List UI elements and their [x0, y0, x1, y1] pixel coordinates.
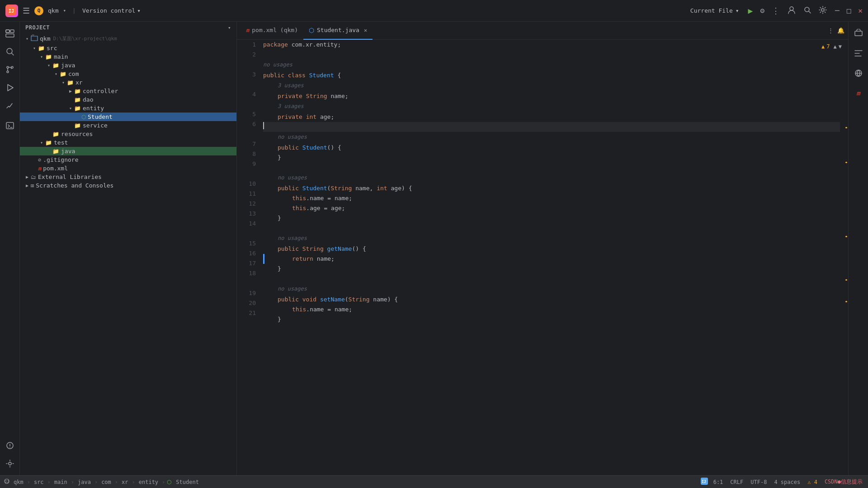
notifications-bell[interactable]: 🔔 — [837, 27, 844, 34]
search-button[interactable] — [803, 6, 811, 16]
run-button[interactable]: ▶ — [748, 6, 753, 15]
status-indent[interactable]: 4 spaces — [772, 479, 802, 485]
status-student[interactable]: Student — [174, 479, 201, 485]
settings-button[interactable] — [819, 6, 827, 16]
com-folder-icon: 📁 — [60, 71, 66, 77]
tree-item-scratches[interactable]: ▶ ⊞ Scratches and Consoles — [20, 181, 236, 190]
tree-item-dao[interactable]: ▶ 📁 dao — [20, 95, 236, 104]
status-src[interactable]: src — [32, 479, 46, 485]
resources-folder-icon: 📁 — [52, 131, 59, 137]
warning-count: 7 — [826, 43, 830, 50]
status-line-ending[interactable]: CRLF — [728, 479, 745, 485]
tree-item-test-java[interactable]: ▶ 📁 java — [20, 147, 236, 155]
activity-project-icon[interactable] — [2, 25, 18, 42]
tree-item-qkm[interactable]: ▾ qkm D:\某面\xr-project\qkm — [20, 33, 236, 44]
tree-item-controller[interactable]: ▶ 📁 controller — [20, 87, 236, 95]
activity-search-icon[interactable] — [2, 43, 18, 60]
tree-item-resources[interactable]: ▶ 📁 resources — [20, 130, 236, 138]
activity-settings-icon[interactable] — [2, 455, 18, 472]
tree-label-xr: xr — [75, 79, 83, 86]
project-name[interactable]: qkm — [48, 7, 58, 14]
tree-item-src[interactable]: ▾ 📁 src — [20, 44, 236, 52]
tree-item-test[interactable]: ▾ 📁 test — [20, 138, 236, 147]
status-xr[interactable]: xr — [120, 479, 130, 485]
tree-item-service[interactable]: ▶ 📁 service — [20, 121, 236, 130]
scrollbar-marker-1 — [845, 127, 847, 128]
qkm-folder-icon — [31, 34, 38, 43]
tree-arrow-student: ▶ — [74, 114, 81, 119]
profile-icon[interactable] — [787, 5, 796, 16]
breadcrumb-sep-6: › — [132, 479, 135, 485]
tab-student[interactable]: ⬡ Student.java ✕ — [303, 22, 373, 40]
tree-arrow-controller: ▶ — [67, 89, 74, 94]
status-right: IJ 6:1 CRLF UTF-8 4 spaces ⚠ 4 CSDN●信息提示 — [701, 478, 864, 486]
code-text-21: } — [263, 314, 281, 324]
right-notifications-icon[interactable] — [850, 25, 867, 42]
warning-up-arrow[interactable]: ▲ — [834, 43, 837, 50]
right-maven-icon[interactable]: m — [850, 85, 867, 101]
tree-item-student[interactable]: ▶ ⬡ Student — [20, 113, 236, 121]
student-tab-label: Student.java — [317, 27, 359, 33]
tree-item-entity[interactable]: ▾ 📁 entity — [20, 104, 236, 113]
project-chevron[interactable]: ▾ — [63, 8, 66, 14]
tree-label-pom: pom.xml — [43, 165, 68, 172]
tree-arrow-test-java: ▶ — [45, 149, 52, 154]
code-area[interactable]: package com.xr.entity; no usages public … — [259, 40, 844, 475]
warning-badge[interactable]: ▲ 7 ▲ ▼ — [821, 43, 842, 50]
tree-item-pom[interactable]: ▶ m pom.xml — [20, 164, 236, 173]
tree-item-com[interactable]: ▾ 📁 com — [20, 70, 236, 78]
scrollbar-marker-3 — [845, 236, 847, 237]
entity-folder-icon: 📁 — [74, 105, 81, 112]
tab-more-button[interactable]: ⋮ — [828, 27, 834, 34]
activity-problems-icon[interactable] — [2, 437, 18, 454]
status-project-name[interactable]: qkm — [12, 479, 25, 485]
right-structure-icon[interactable] — [850, 45, 867, 61]
code-text-5: private int age; — [263, 112, 334, 122]
window-controls: ─ □ ✕ — [835, 6, 863, 15]
status-entity[interactable]: entity — [137, 479, 160, 485]
status-java[interactable]: java — [76, 479, 93, 485]
status-cursor-pos[interactable]: 6:1 — [712, 479, 725, 485]
activity-git-icon[interactable] — [2, 61, 18, 78]
ext-libs-icon: 🗂 — [31, 174, 36, 180]
warning-icon: ▲ — [821, 43, 825, 50]
activity-build-icon[interactable] — [2, 98, 18, 114]
menu-button[interactable]: ☰ — [23, 6, 30, 15]
right-global-icon[interactable] — [850, 65, 867, 81]
status-warning[interactable]: ⚠ 4 — [806, 479, 819, 485]
editor-scrollbar[interactable] — [844, 40, 848, 475]
version-control-button[interactable]: Version control ▾ — [82, 7, 141, 14]
status-encoding[interactable]: UTF-8 — [749, 479, 769, 485]
code-text-1: package com.xr.entity; — [263, 40, 341, 50]
minimize-button[interactable]: ─ — [835, 6, 840, 15]
tree-item-main[interactable]: ▾ 📁 main — [20, 52, 236, 61]
activity-run-icon[interactable] — [2, 80, 18, 96]
java-src-folder-icon: 📁 — [52, 62, 59, 69]
code-line-21: } — [263, 314, 840, 324]
debug-button[interactable]: ⚙ — [760, 6, 764, 15]
code-line-2 — [263, 50, 840, 60]
test-java-folder-icon: 📁 — [52, 148, 59, 155]
sidebar-chevron[interactable]: ▾ — [228, 25, 231, 31]
tab-pom[interactable]: m pom.xml (qkm) — [241, 22, 303, 40]
tree-arrow-pom: ▶ — [31, 166, 38, 171]
editor-content[interactable]: 1 2 3 4 5 6 7 8 9 10 11 12 13 14 15 16 1… — [237, 40, 848, 475]
more-button[interactable]: ⋮ — [772, 6, 780, 15]
status-csdn[interactable]: CSDN●信息提示 — [823, 478, 864, 486]
close-button[interactable]: ✕ — [858, 6, 863, 15]
tree-item-gitignore[interactable]: ▶ ⊘ .gitignore — [20, 155, 236, 164]
status-com[interactable]: com — [99, 479, 113, 485]
tree-item-java-src[interactable]: ▾ 📁 java — [20, 61, 236, 70]
tree-item-ext-libs[interactable]: ▶ 🗂 External Libraries — [20, 173, 236, 181]
maximize-button[interactable]: □ — [847, 6, 851, 15]
code-text-3: public class Student { — [263, 70, 341, 80]
tree-item-xr[interactable]: ▾ 📁 xr — [20, 78, 236, 87]
warning-down-arrow[interactable]: ▼ — [839, 43, 842, 50]
tree-arrow-xr: ▾ — [60, 80, 67, 85]
tree-label-com: com — [68, 70, 79, 77]
current-file-button[interactable]: Current File ▾ — [686, 5, 744, 16]
status-main[interactable]: main — [52, 479, 69, 485]
student-tab-close[interactable]: ✕ — [364, 27, 367, 33]
tree-label-qkm: qkm — [40, 35, 50, 42]
activity-terminal-icon[interactable] — [2, 117, 18, 134]
